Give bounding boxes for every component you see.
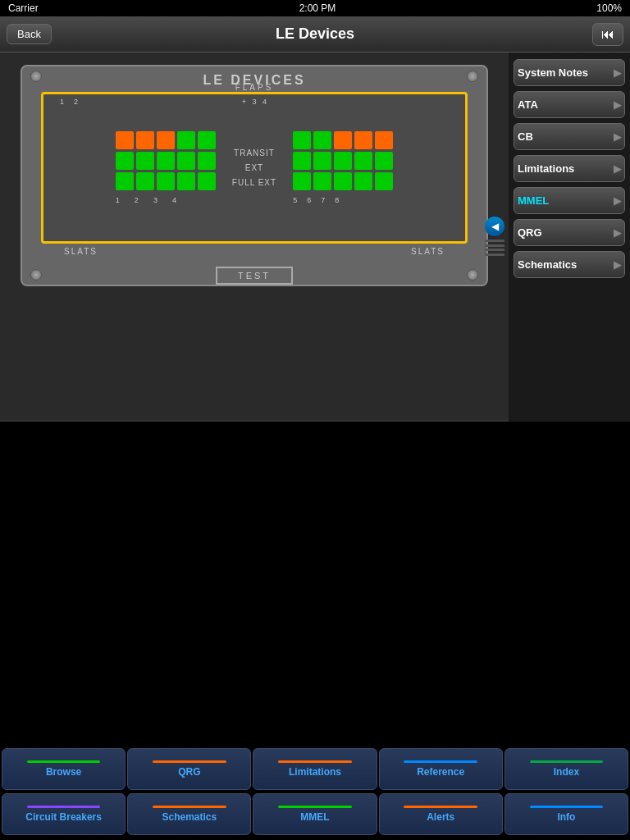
bottom-btn-schematics[interactable]: Schematics xyxy=(127,793,251,835)
bottom-btn-reference[interactable]: Reference xyxy=(379,748,503,790)
panel-area: LE DEVICES 12 + 3 4 xyxy=(0,52,509,422)
le-devices-panel: LE DEVICES 12 + 3 4 xyxy=(21,65,488,286)
sidebar-btn-limitations[interactable]: Limitations ▶ xyxy=(514,155,625,182)
test-button[interactable]: TEST xyxy=(216,267,293,285)
ext-label: EXT xyxy=(245,161,263,176)
bottom-btn-qrg[interactable]: QRG xyxy=(127,748,251,790)
sidebar-btn-qrg[interactable]: QRG ▶ xyxy=(514,219,625,246)
sidebar-btn-schematics[interactable]: Schematics ▶ xyxy=(514,251,625,278)
reference-indicator xyxy=(404,760,477,763)
bottom-row-1: Browse QRG Limitations Reference Index xyxy=(0,746,630,792)
qrg-indicator xyxy=(153,760,226,763)
carrier-label: Carrier xyxy=(8,2,39,14)
sidebar-label-mmel: MMEL xyxy=(518,194,549,207)
cell xyxy=(313,131,331,149)
battery-label: 100% xyxy=(596,2,622,14)
page-title: LE Devices xyxy=(276,25,354,43)
screw-tr xyxy=(467,71,478,82)
bottom-btn-browse[interactable]: Browse xyxy=(2,748,126,790)
cell xyxy=(293,131,311,149)
bottom-label-index: Index xyxy=(554,766,579,778)
bottom-btn-limitations[interactable]: Limitations xyxy=(253,748,377,790)
chevron-right-icon: ▶ xyxy=(614,163,621,175)
right-flaps-grid: 5 6 7 8 xyxy=(293,131,393,204)
cell xyxy=(293,152,311,170)
panel-inner: 12 + 3 4 xyxy=(41,92,468,244)
nav-bar: Back LE Devices ⏮ xyxy=(0,16,630,52)
bottom-label-limitations: Limitations xyxy=(289,766,341,778)
center-labels: TRANSIT EXT FULL EXT xyxy=(232,146,276,190)
bottom-label-mmel: MMEL xyxy=(300,811,329,823)
limitations-indicator xyxy=(278,760,352,763)
bottom-btn-circuit-breakers[interactable]: Circuit Breakers xyxy=(2,793,126,835)
mmel-indicator xyxy=(278,806,352,808)
time-label: 2:00 PM xyxy=(299,2,336,14)
cell xyxy=(334,152,352,170)
sidebar-label-limitations: Limitations xyxy=(518,162,574,175)
chevron-right-icon: ▶ xyxy=(614,259,621,271)
sidebar-btn-mmel[interactable]: MMEL ▶ xyxy=(514,187,625,214)
screw-br xyxy=(467,269,478,281)
sidebar-label-schematics: Schematics xyxy=(518,258,577,271)
chevron-right-icon: ▶ xyxy=(614,131,621,143)
cell xyxy=(136,152,154,170)
cell xyxy=(198,152,216,170)
cell xyxy=(157,152,175,170)
cell xyxy=(334,172,352,190)
bottom-btn-alerts[interactable]: Alerts xyxy=(379,793,503,835)
status-bar: Carrier 2:00 PM 100% xyxy=(0,0,630,16)
slats-label-left: SLATS xyxy=(64,247,98,256)
cell xyxy=(354,131,372,149)
cell xyxy=(354,152,372,170)
sidebar-btn-ata[interactable]: ATA ▶ xyxy=(514,91,625,118)
cell xyxy=(198,172,216,190)
sidebar-label-qrg: QRG xyxy=(518,226,542,239)
bottom-label-qrg: QRG xyxy=(178,766,200,778)
schematics-indicator xyxy=(153,806,226,808)
cb-indicator xyxy=(27,806,101,808)
cell xyxy=(136,172,154,190)
bottom-label-reference: Reference xyxy=(417,766,464,778)
chevron-right-icon: ▶ xyxy=(614,99,621,111)
cell xyxy=(334,131,352,149)
back-button[interactable]: Back xyxy=(7,24,52,44)
cell xyxy=(157,172,175,190)
cell xyxy=(116,131,134,149)
cell xyxy=(177,172,195,190)
cell xyxy=(313,172,331,190)
index-indicator xyxy=(530,760,604,763)
screw-tl xyxy=(30,71,42,82)
sidebar-label-system-notes: System Notes xyxy=(518,66,588,79)
cell xyxy=(177,152,195,170)
scroll-up-button[interactable]: ◀ xyxy=(485,217,504,236)
rewind-button[interactable]: ⏮ xyxy=(592,23,623,46)
sidebar-label-cb: CB xyxy=(518,130,533,143)
cell xyxy=(375,131,393,149)
chevron-right-icon: ▶ xyxy=(614,67,621,79)
transit-label: TRANSIT xyxy=(234,146,275,161)
sidebar-btn-cb[interactable]: CB ▶ xyxy=(514,123,625,150)
cell xyxy=(136,131,154,149)
slats-label-right: SLATS xyxy=(411,247,445,256)
chevron-right-icon: ▶ xyxy=(614,195,621,207)
bottom-label-schematics: Schematics xyxy=(162,811,217,823)
sidebar-btn-system-notes[interactable]: System Notes ▶ xyxy=(514,59,625,86)
bottom-btn-mmel[interactable]: MMEL xyxy=(253,793,377,835)
bottom-btn-index[interactable]: Index xyxy=(504,748,628,790)
flaps-label: FLAPS xyxy=(235,83,274,92)
sidebar: System Notes ▶ ATA ▶ CB ▶ Limitations ▶ … xyxy=(509,52,630,422)
sidebar-label-ata: ATA xyxy=(518,98,538,111)
screw-bl xyxy=(30,269,42,281)
alerts-indicator xyxy=(404,806,477,808)
cell xyxy=(177,131,195,149)
bottom-label-circuit-breakers: Circuit Breakers xyxy=(25,811,102,823)
scroll-lines[interactable] xyxy=(485,240,504,256)
cell xyxy=(293,172,311,190)
scroll-indicators: ◀ xyxy=(485,217,504,256)
cell xyxy=(354,172,372,190)
cell xyxy=(116,172,134,190)
browse-indicator xyxy=(27,760,101,763)
bottom-btn-info[interactable]: Info xyxy=(504,793,628,835)
main-content: LE DEVICES 12 + 3 4 xyxy=(0,52,630,758)
bottom-nav: Browse QRG Limitations Reference Index C… xyxy=(0,746,630,840)
